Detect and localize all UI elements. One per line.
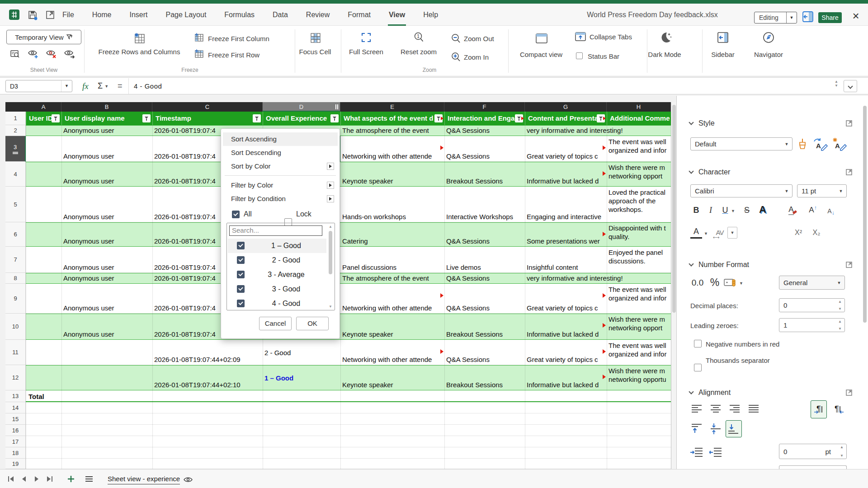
cell-B10[interactable]: Anonymous user (63, 314, 151, 340)
filter-button-E[interactable] (434, 114, 443, 122)
popup-menu-filter-by-condition[interactable]: Filter by Condition (223, 192, 338, 206)
sidebar-button[interactable]: Sidebar (707, 51, 739, 58)
cell-E7[interactable]: Panel discussions (342, 247, 443, 273)
cell-H11-line2[interactable]: organized and infor (609, 350, 669, 358)
cell-B8[interactable]: Anonymous user (63, 273, 151, 284)
step-down-icon[interactable]: ▼ (838, 327, 842, 331)
menu-insert[interactable]: Insert (120, 4, 156, 26)
filter-button-D[interactable] (330, 114, 339, 122)
collapse-tabs-icon[interactable] (575, 32, 586, 41)
cell-G10[interactable]: Informative but lacked d (527, 314, 605, 340)
zoom-out-button[interactable]: Zoom Out (464, 35, 494, 42)
character-section-header[interactable]: Character (689, 168, 730, 176)
row-fill-13[interactable] (26, 390, 671, 402)
column-header-F[interactable]: F (444, 102, 525, 112)
cell-G12[interactable]: Informative but lacked d (527, 365, 605, 390)
open-number-format-dialog-icon[interactable] (846, 262, 852, 268)
row-header-16[interactable]: 16 (5, 425, 26, 436)
cell-H12-line1[interactable]: Wish there were m (609, 366, 669, 375)
share-button[interactable]: Share (818, 12, 842, 23)
popup-menu-sort-by-color[interactable]: Sort by Color (223, 160, 338, 173)
cell-H3-line1[interactable]: The event was well (609, 137, 669, 146)
row-header-18[interactable]: 18 (5, 447, 26, 459)
cell-H10-line2[interactable]: networking opport (609, 324, 669, 332)
cell-G7[interactable]: Insightful content (527, 247, 605, 273)
cell-H11-line1[interactable]: The event was well (609, 341, 669, 350)
cell-H5-line1[interactable]: Loved the practical (609, 188, 669, 197)
open-alignment-dialog-icon[interactable] (846, 389, 852, 396)
row-header-17[interactable]: 17 (5, 436, 26, 447)
column-header-E[interactable]: E (340, 102, 444, 112)
currency-caret-icon[interactable]: ▼ (739, 281, 743, 286)
popup-menu-sort-descending[interactable]: Sort Descending (223, 146, 338, 160)
filter-button-B[interactable] (142, 114, 151, 122)
zoom-out-icon[interactable] (450, 33, 461, 43)
first-sheet-icon[interactable] (7, 475, 15, 483)
new-style-icon[interactable]: A (831, 137, 848, 151)
new-sheet-view-icon[interactable] (25, 46, 42, 62)
autosum-icon[interactable]: Σ▼ (98, 80, 108, 92)
row-header-4[interactable]: 4 (5, 162, 26, 187)
row-fill-16[interactable] (26, 425, 671, 436)
freeze-rows-columns-button[interactable]: Freeze Rows and Columns (89, 48, 190, 56)
row-header-1[interactable]: 1 (5, 112, 26, 125)
column-header-D[interactable]: D (263, 102, 340, 112)
row-header-9[interactable]: 9 (5, 284, 26, 314)
align-middle-icon[interactable] (710, 423, 722, 435)
row-header-13[interactable]: 13 (5, 390, 26, 402)
cell-F7[interactable]: Live demos (446, 247, 523, 273)
focus-cell-icon[interactable] (310, 33, 321, 43)
filter-value-checkbox[interactable] (237, 285, 245, 293)
editing-mode-button[interactable]: Editing ▼ (754, 12, 797, 23)
formula-input[interactable]: 4 - Good (134, 80, 162, 92)
cell-E2[interactable]: The atmosphere of the event (342, 125, 443, 136)
compact-view-button[interactable]: Compact view (513, 51, 570, 58)
name-box[interactable]: D3 ▼ (5, 80, 72, 92)
cell-F12[interactable]: Breakout Sessions (446, 365, 523, 390)
indent-stepper[interactable]: 0pt▲▼ (779, 444, 847, 459)
cell-F8[interactable]: Q&A Sessions (446, 273, 523, 284)
freeze-first-row-icon[interactable] (194, 49, 204, 58)
navigator-icon[interactable] (762, 31, 775, 44)
formula-bar-collapse-icon[interactable] (844, 80, 857, 92)
cell-H10-line1[interactable]: Wish there were m (609, 315, 669, 324)
spacing-caret-icon[interactable]: ▼ (727, 227, 737, 239)
thousands-separator-checkbox[interactable] (694, 364, 702, 371)
table-header-D[interactable]: Overall Experience (263, 112, 340, 125)
filter-list-scrollbar[interactable]: ▲ ▼ (328, 225, 334, 309)
cell-E6[interactable]: Catering (342, 222, 443, 247)
navigator-button[interactable]: Navigator (747, 51, 790, 58)
scroll-down-icon[interactable]: ▼ (329, 305, 332, 309)
dark-mode-icon[interactable] (659, 31, 672, 44)
style-section-header[interactable]: Style (689, 119, 715, 127)
cell-E3[interactable]: Networking with other attende (342, 136, 443, 162)
row-header-14[interactable]: 14 (5, 402, 26, 413)
name-box-caret-icon[interactable]: ▼ (61, 80, 72, 92)
column-header-H[interactable]: H (607, 102, 671, 112)
open-style-dialog-icon[interactable] (846, 120, 852, 127)
row-header-12[interactable]: 12 (5, 365, 26, 390)
column-header-A[interactable]: A (26, 102, 61, 112)
cell-H5-line2[interactable]: approach of the (609, 197, 669, 205)
row-fill-15[interactable] (26, 413, 671, 425)
popup-menu-sort-ascending[interactable]: Sort Ascending (223, 132, 338, 146)
menu-file[interactable]: File (53, 4, 83, 26)
scrollbar-thumb[interactable] (672, 105, 676, 313)
table-header-E[interactable]: What aspects of the event d (340, 112, 444, 125)
cell-G3[interactable]: Great variety of topics c (527, 136, 605, 162)
menu-help[interactable]: Help (414, 4, 447, 26)
increase-indent-icon[interactable] (690, 446, 703, 457)
scroll-up-icon[interactable]: ▲ (329, 225, 332, 229)
underline-button[interactable]: U (719, 204, 731, 216)
column-header-B[interactable]: B (61, 102, 152, 112)
row-header-10[interactable]: 10 (5, 314, 26, 340)
cell-E8[interactable]: The atmosphere of the event (342, 273, 443, 284)
collapse-tabs-button[interactable]: Collapse Tabs (590, 33, 632, 41)
cell-B5[interactable]: Anonymous user (63, 187, 151, 222)
column-header-C[interactable]: C (152, 102, 263, 112)
decrease-font-button[interactable]: A↓ (824, 205, 838, 217)
row-header-5[interactable]: 5 (5, 187, 26, 222)
cell-F4[interactable]: Breakout Sessions (446, 162, 523, 187)
freeze-first-column-button[interactable]: Freeze First Column (208, 35, 269, 42)
percent-format-icon[interactable]: % (708, 276, 721, 289)
